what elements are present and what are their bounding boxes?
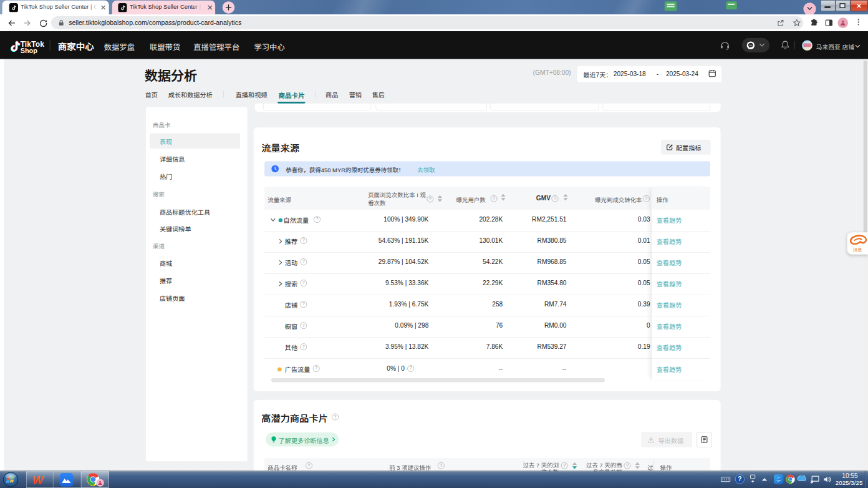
svg-text:W: W [32,474,44,487]
